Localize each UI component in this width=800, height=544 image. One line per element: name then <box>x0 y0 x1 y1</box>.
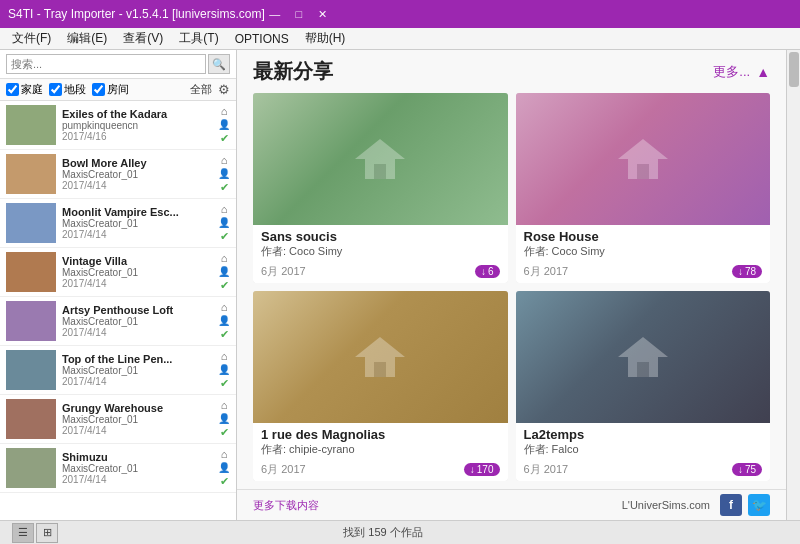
filter-lot[interactable]: 地段 <box>49 82 86 97</box>
app-title: S4TI - Tray Importer - v1.5.4.1 [luniver… <box>8 7 265 21</box>
close-button[interactable]: ✕ <box>313 6 333 22</box>
tray-item-name: Artsy Penthouse Loft <box>62 304 214 316</box>
tray-item-name: Shimuzu <box>62 451 214 463</box>
gallery-card-sans-soucis[interactable]: Sans soucis作者: Coco Simy6月 2017↓6 <box>253 93 508 283</box>
footer-social: L'UniverSims.com f 🐦 <box>622 494 770 516</box>
tray-item[interactable]: Exiles of the Kadarapumpkinqueencn2017/4… <box>0 101 236 150</box>
tray-item-author: MaxisCreator_01 <box>62 463 214 474</box>
menu-item-help[interactable]: 帮助(H) <box>297 28 354 49</box>
tray-item-icons: ⌂👤✔ <box>218 203 230 243</box>
gallery-card-la2temps[interactable]: La2temps作者: Falco6月 2017↓75 <box>516 291 771 481</box>
download-count: 75 <box>745 464 756 475</box>
gallery-card-footer: 6月 2017↓78 <box>516 263 771 283</box>
menubar: 文件(F)编辑(E)查看(V)工具(T)OPTIONS帮助(H) <box>0 28 800 50</box>
gallery-card-image <box>516 291 771 423</box>
gallery-card-rose-house[interactable]: Rose House作者: Coco Simy6月 2017↓78 <box>516 93 771 283</box>
status-green-icon: ✔ <box>220 279 229 292</box>
tray-item-author: pumpkinqueencn <box>62 120 214 131</box>
status-green-icon: ✔ <box>220 328 229 341</box>
list-view-button[interactable]: ☰ <box>12 523 34 543</box>
minimize-button[interactable]: — <box>265 6 285 22</box>
gallery-card-date: 6月 2017 <box>524 462 569 477</box>
menu-item-edit[interactable]: 编辑(E) <box>59 28 115 49</box>
house-icon: ⌂ <box>221 448 228 460</box>
status-green-icon: ✔ <box>220 132 229 145</box>
status-green-icon: ✔ <box>220 377 229 390</box>
tray-item[interactable]: Top of the Line Pen...MaxisCreator_01201… <box>0 346 236 395</box>
grid-view-button[interactable]: ⊞ <box>36 523 58 543</box>
footer-site-label: L'UniverSims.com <box>622 499 710 511</box>
facebook-icon[interactable]: f <box>720 494 742 516</box>
more-downloads-link[interactable]: 更多下载内容 <box>253 498 319 513</box>
view-icons: ☰⊞ <box>12 523 58 543</box>
filter-settings-icon[interactable]: ⚙ <box>218 82 230 97</box>
gallery-card-author: 作者: Falco <box>524 442 763 457</box>
tray-item-info: Bowl More AlleyMaxisCreator_012017/4/14 <box>62 157 214 191</box>
tray-thumbnail <box>6 350 56 390</box>
status-green-icon: ✔ <box>220 230 229 243</box>
right-scrollbar-thumb[interactable] <box>789 52 799 87</box>
tray-item[interactable]: Vintage VillaMaxisCreator_012017/4/14⌂👤✔ <box>0 248 236 297</box>
chevron-up-icon: ▲ <box>756 64 770 80</box>
gallery-card-1-rue-des-magnolias[interactable]: 1 rue des Magnolias作者: chipie-cyrano6月 2… <box>253 291 508 481</box>
tray-item[interactable]: Moonlit Vampire Esc...MaxisCreator_01201… <box>0 199 236 248</box>
window-controls: — □ ✕ <box>265 6 333 22</box>
maximize-button[interactable]: □ <box>289 6 309 22</box>
gallery-grid: Sans soucis作者: Coco Simy6月 2017↓6 Rose H… <box>237 89 786 489</box>
tray-item[interactable]: Grungy WarehouseMaxisCreator_012017/4/14… <box>0 395 236 444</box>
tray-item[interactable]: Bowl More AlleyMaxisCreator_012017/4/14⌂… <box>0 150 236 199</box>
tray-item-name: Top of the Line Pen... <box>62 353 214 365</box>
gallery-card-title: La2temps <box>524 427 763 442</box>
download-badge: ↓75 <box>732 463 762 476</box>
search-input[interactable] <box>6 54 206 74</box>
tray-thumbnail <box>6 301 56 341</box>
gallery-card-info: 1 rue des Magnolias作者: chipie-cyrano <box>253 423 508 461</box>
filter-family[interactable]: 家庭 <box>6 82 43 97</box>
tray-thumbnail <box>6 399 56 439</box>
tray-item[interactable]: ShimuzuMaxisCreator_012017/4/14⌂👤✔ <box>0 444 236 493</box>
person-icon: 👤 <box>218 462 230 473</box>
gallery-card-info: La2temps作者: Falco <box>516 423 771 461</box>
tray-item-date: 2017/4/14 <box>62 180 214 191</box>
person-icon: 👤 <box>218 217 230 228</box>
gallery-card-image <box>516 93 771 225</box>
twitter-icon[interactable]: 🐦 <box>748 494 770 516</box>
tray-item-icons: ⌂👤✔ <box>218 399 230 439</box>
tray-item-author: MaxisCreator_01 <box>62 316 214 327</box>
tray-list[interactable]: Exiles of the Kadarapumpkinqueencn2017/4… <box>0 101 236 520</box>
menu-item-file[interactable]: 文件(F) <box>4 28 59 49</box>
search-button[interactable]: 🔍 <box>208 54 230 74</box>
tray-item-author: MaxisCreator_01 <box>62 414 214 425</box>
tray-item-icons: ⌂👤✔ <box>218 252 230 292</box>
right-scrollbar[interactable] <box>786 50 800 520</box>
titlebar: S4TI - Tray Importer - v1.5.4.1 [luniver… <box>0 0 800 28</box>
gallery-card-author: 作者: Coco Simy <box>524 244 763 259</box>
main-layout: 🔍 家庭 地段 房间 全部 ⚙ Exiles of the Kadarapump… <box>0 50 800 520</box>
menu-item-tools[interactable]: 工具(T) <box>171 28 226 49</box>
download-badge: ↓6 <box>475 265 500 278</box>
filter-bar: 家庭 地段 房间 全部 ⚙ <box>0 79 236 101</box>
menu-item-options[interactable]: OPTIONS <box>227 30 297 48</box>
gallery-card-info: Sans soucis作者: Coco Simy <box>253 225 508 263</box>
tray-item-date: 2017/4/14 <box>62 229 214 240</box>
sidebar: 🔍 家庭 地段 房间 全部 ⚙ Exiles of the Kadarapump… <box>0 50 237 520</box>
gallery-card-date: 6月 2017 <box>524 264 569 279</box>
svg-rect-5 <box>637 164 649 179</box>
download-count: 6 <box>488 266 494 277</box>
house-icon: ⌂ <box>221 301 228 313</box>
tray-item-icons: ⌂👤✔ <box>218 105 230 145</box>
tray-item-date: 2017/4/14 <box>62 376 214 387</box>
menu-item-view[interactable]: 查看(V) <box>115 28 171 49</box>
filter-room[interactable]: 房间 <box>92 82 129 97</box>
content-area: 最新分享 更多... ▲ Sans soucis作者: Coco Simy6月 … <box>237 50 786 520</box>
status-green-icon: ✔ <box>220 181 229 194</box>
svg-rect-11 <box>637 362 649 377</box>
gallery-card-title: Sans soucis <box>261 229 500 244</box>
tray-item[interactable]: Artsy Penthouse LoftMaxisCreator_012017/… <box>0 297 236 346</box>
tray-item-author: MaxisCreator_01 <box>62 365 214 376</box>
gallery-card-footer: 6月 2017↓75 <box>516 461 771 481</box>
svg-marker-0 <box>355 139 405 159</box>
svg-rect-8 <box>374 362 386 377</box>
more-link[interactable]: 更多... <box>713 63 750 81</box>
svg-marker-9 <box>618 337 668 357</box>
